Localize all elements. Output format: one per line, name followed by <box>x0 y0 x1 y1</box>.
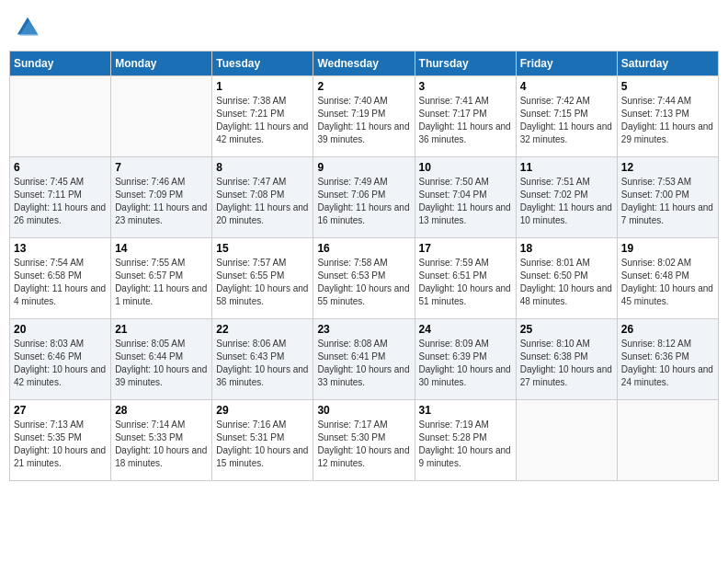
day-info: Sunrise: 7:38 AMSunset: 7:21 PMDaylight:… <box>216 95 309 146</box>
calendar-week-row: 6Sunrise: 7:45 AMSunset: 7:11 PMDaylight… <box>10 157 719 238</box>
calendar-cell: 28Sunrise: 7:14 AMSunset: 5:33 PMDayligh… <box>111 400 212 481</box>
weekday-header: Tuesday <box>212 52 313 76</box>
calendar-cell <box>111 76 212 157</box>
calendar-cell: 11Sunrise: 7:51 AMSunset: 7:02 PMDayligh… <box>516 157 617 238</box>
calendar-cell: 15Sunrise: 7:57 AMSunset: 6:55 PMDayligh… <box>212 238 313 319</box>
calendar-cell: 12Sunrise: 7:53 AMSunset: 7:00 PMDayligh… <box>617 157 718 238</box>
day-number: 23 <box>317 323 410 336</box>
day-number: 17 <box>419 242 512 255</box>
day-info: Sunrise: 8:06 AMSunset: 6:43 PMDaylight:… <box>216 338 309 389</box>
day-number: 16 <box>317 242 410 255</box>
day-info: Sunrise: 8:02 AMSunset: 6:48 PMDaylight:… <box>621 257 714 308</box>
day-info: Sunrise: 7:50 AMSunset: 7:04 PMDaylight:… <box>419 176 512 227</box>
calendar-cell <box>516 400 617 481</box>
day-number: 15 <box>216 242 309 255</box>
calendar-cell: 5Sunrise: 7:44 AMSunset: 7:13 PMDaylight… <box>617 76 718 157</box>
calendar-cell: 25Sunrise: 8:10 AMSunset: 6:38 PMDayligh… <box>516 319 617 400</box>
calendar-week-row: 1Sunrise: 7:38 AMSunset: 7:21 PMDaylight… <box>10 76 719 157</box>
day-info: Sunrise: 8:12 AMSunset: 6:36 PMDaylight:… <box>621 338 714 389</box>
calendar-cell: 4Sunrise: 7:42 AMSunset: 7:15 PMDaylight… <box>516 76 617 157</box>
calendar-cell: 27Sunrise: 7:13 AMSunset: 5:35 PMDayligh… <box>10 400 111 481</box>
calendar-cell: 1Sunrise: 7:38 AMSunset: 7:21 PMDaylight… <box>212 76 313 157</box>
day-number: 19 <box>621 242 714 255</box>
logo <box>14 14 45 41</box>
day-number: 1 <box>216 80 309 93</box>
day-number: 5 <box>621 80 714 93</box>
day-info: Sunrise: 7:44 AMSunset: 7:13 PMDaylight:… <box>621 95 714 146</box>
day-info: Sunrise: 7:17 AMSunset: 5:30 PMDaylight:… <box>317 419 410 470</box>
calendar-cell: 9Sunrise: 7:49 AMSunset: 7:06 PMDaylight… <box>313 157 415 238</box>
day-info: Sunrise: 7:59 AMSunset: 6:51 PMDaylight:… <box>419 257 512 308</box>
calendar-cell: 18Sunrise: 8:01 AMSunset: 6:50 PMDayligh… <box>516 238 617 319</box>
day-number: 14 <box>115 242 208 255</box>
weekday-header: Thursday <box>415 52 516 76</box>
calendar-header-row: SundayMondayTuesdayWednesdayThursdayFrid… <box>10 52 719 76</box>
day-number: 30 <box>317 404 410 417</box>
day-info: Sunrise: 7:57 AMSunset: 6:55 PMDaylight:… <box>216 257 309 308</box>
day-info: Sunrise: 7:49 AMSunset: 7:06 PMDaylight:… <box>317 176 410 227</box>
day-number: 22 <box>216 323 309 336</box>
calendar-cell: 21Sunrise: 8:05 AMSunset: 6:44 PMDayligh… <box>111 319 212 400</box>
calendar-cell: 26Sunrise: 8:12 AMSunset: 6:36 PMDayligh… <box>617 319 718 400</box>
day-info: Sunrise: 8:08 AMSunset: 6:41 PMDaylight:… <box>317 338 410 389</box>
calendar-cell: 8Sunrise: 7:47 AMSunset: 7:08 PMDaylight… <box>212 157 313 238</box>
calendar-cell: 7Sunrise: 7:46 AMSunset: 7:09 PMDaylight… <box>111 157 212 238</box>
day-number: 4 <box>520 80 613 93</box>
page-header <box>9 9 719 41</box>
day-number: 24 <box>419 323 512 336</box>
day-number: 12 <box>621 161 714 174</box>
day-number: 28 <box>115 404 208 417</box>
day-info: Sunrise: 7:47 AMSunset: 7:08 PMDaylight:… <box>216 176 309 227</box>
calendar-cell: 17Sunrise: 7:59 AMSunset: 6:51 PMDayligh… <box>415 238 516 319</box>
calendar-cell: 2Sunrise: 7:40 AMSunset: 7:19 PMDaylight… <box>313 76 415 157</box>
calendar-cell: 14Sunrise: 7:55 AMSunset: 6:57 PMDayligh… <box>111 238 212 319</box>
calendar-cell <box>617 400 718 481</box>
day-info: Sunrise: 8:01 AMSunset: 6:50 PMDaylight:… <box>520 257 613 308</box>
day-info: Sunrise: 7:42 AMSunset: 7:15 PMDaylight:… <box>520 95 613 146</box>
calendar-week-row: 20Sunrise: 8:03 AMSunset: 6:46 PMDayligh… <box>10 319 719 400</box>
calendar-cell: 13Sunrise: 7:54 AMSunset: 6:58 PMDayligh… <box>10 238 111 319</box>
calendar-cell: 30Sunrise: 7:17 AMSunset: 5:30 PMDayligh… <box>313 400 415 481</box>
calendar-table: SundayMondayTuesdayWednesdayThursdayFrid… <box>9 51 719 481</box>
day-number: 3 <box>419 80 512 93</box>
day-info: Sunrise: 8:05 AMSunset: 6:44 PMDaylight:… <box>115 338 208 389</box>
day-info: Sunrise: 7:13 AMSunset: 5:35 PMDaylight:… <box>14 419 107 470</box>
day-number: 10 <box>419 161 512 174</box>
day-number: 2 <box>317 80 410 93</box>
day-number: 7 <box>115 161 208 174</box>
calendar-cell: 16Sunrise: 7:58 AMSunset: 6:53 PMDayligh… <box>313 238 415 319</box>
calendar-cell: 20Sunrise: 8:03 AMSunset: 6:46 PMDayligh… <box>10 319 111 400</box>
calendar-week-row: 27Sunrise: 7:13 AMSunset: 5:35 PMDayligh… <box>10 400 719 481</box>
day-info: Sunrise: 7:51 AMSunset: 7:02 PMDaylight:… <box>520 176 613 227</box>
calendar-cell: 29Sunrise: 7:16 AMSunset: 5:31 PMDayligh… <box>212 400 313 481</box>
logo-icon <box>14 14 41 41</box>
day-number: 29 <box>216 404 309 417</box>
weekday-header: Sunday <box>10 52 111 76</box>
calendar-cell: 22Sunrise: 8:06 AMSunset: 6:43 PMDayligh… <box>212 319 313 400</box>
day-number: 26 <box>621 323 714 336</box>
day-number: 25 <box>520 323 613 336</box>
day-info: Sunrise: 7:45 AMSunset: 7:11 PMDaylight:… <box>14 176 107 227</box>
day-info: Sunrise: 7:46 AMSunset: 7:09 PMDaylight:… <box>115 176 208 227</box>
calendar-cell: 6Sunrise: 7:45 AMSunset: 7:11 PMDaylight… <box>10 157 111 238</box>
day-info: Sunrise: 7:58 AMSunset: 6:53 PMDaylight:… <box>317 257 410 308</box>
calendar-cell <box>10 76 111 157</box>
day-info: Sunrise: 7:14 AMSunset: 5:33 PMDaylight:… <box>115 419 208 470</box>
weekday-header: Wednesday <box>313 52 415 76</box>
day-info: Sunrise: 7:19 AMSunset: 5:28 PMDaylight:… <box>419 419 512 470</box>
day-number: 13 <box>14 242 107 255</box>
day-info: Sunrise: 8:09 AMSunset: 6:39 PMDaylight:… <box>419 338 512 389</box>
day-info: Sunrise: 8:03 AMSunset: 6:46 PMDaylight:… <box>14 338 107 389</box>
weekday-header: Monday <box>111 52 212 76</box>
day-info: Sunrise: 7:41 AMSunset: 7:17 PMDaylight:… <box>419 95 512 146</box>
calendar-cell: 31Sunrise: 7:19 AMSunset: 5:28 PMDayligh… <box>415 400 516 481</box>
day-number: 27 <box>14 404 107 417</box>
calendar-cell: 10Sunrise: 7:50 AMSunset: 7:04 PMDayligh… <box>415 157 516 238</box>
day-number: 21 <box>115 323 208 336</box>
day-info: Sunrise: 8:10 AMSunset: 6:38 PMDaylight:… <box>520 338 613 389</box>
calendar-cell: 3Sunrise: 7:41 AMSunset: 7:17 PMDaylight… <box>415 76 516 157</box>
day-number: 20 <box>14 323 107 336</box>
calendar-week-row: 13Sunrise: 7:54 AMSunset: 6:58 PMDayligh… <box>10 238 719 319</box>
day-info: Sunrise: 7:40 AMSunset: 7:19 PMDaylight:… <box>317 95 410 146</box>
calendar-cell: 19Sunrise: 8:02 AMSunset: 6:48 PMDayligh… <box>617 238 718 319</box>
